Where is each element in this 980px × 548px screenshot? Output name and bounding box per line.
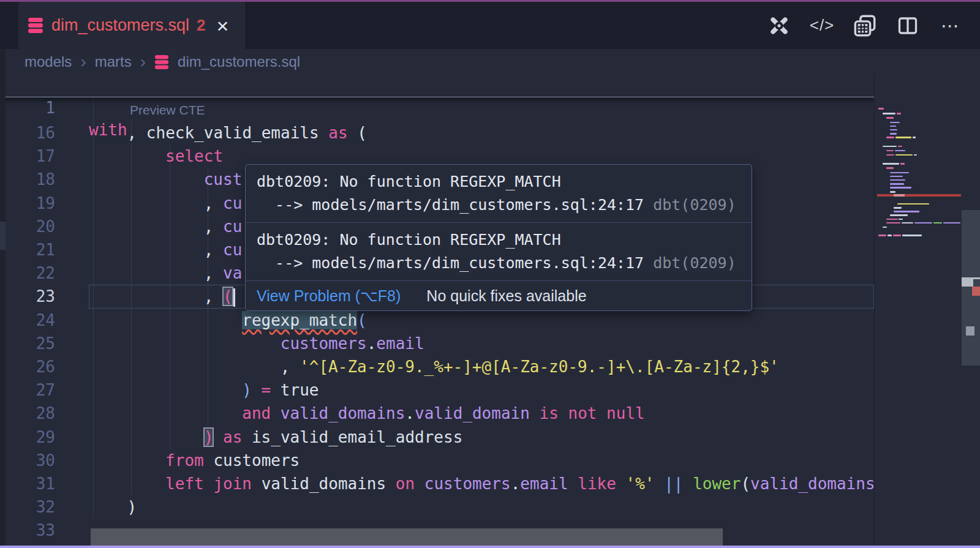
minimap[interactable]	[874, 75, 962, 546]
code-token: on	[396, 475, 415, 493]
minimap-line	[890, 122, 900, 124]
code-token: =	[262, 381, 271, 399]
minimap-line	[893, 235, 901, 236]
breadcrumb-item-models[interactable]: models	[24, 53, 72, 70]
code-line-24[interactable]: 24regexp_match(	[0, 309, 874, 332]
minimap-line	[883, 163, 899, 165]
line-16-code: , check_valid_emails as (	[127, 121, 367, 145]
minimap-line	[890, 126, 896, 127]
tab-problem-count-badge: 2	[197, 16, 205, 35]
code-preview-icon[interactable]: </>	[810, 13, 834, 38]
code-token: cust	[204, 170, 243, 189]
preview-cte-codelens[interactable]: Preview CTE	[130, 103, 205, 118]
overview-ruler-mark	[972, 287, 980, 296]
window-top-accent	[0, 0, 980, 2]
code-line-28[interactable]: 28and valid_domains.valid_domain is not …	[0, 402, 874, 425]
hover-footer: View Problem (⌥F8) No quick fixes availa…	[246, 281, 752, 310]
code-token: (	[741, 475, 750, 493]
code-token: ,	[204, 264, 223, 282]
line-number-32: 32	[0, 495, 55, 519]
database-file-icon	[155, 55, 168, 69]
code-token: is not null	[540, 404, 645, 422]
code-line-30[interactable]: 30from customers	[0, 449, 874, 472]
line-17-code: select	[165, 145, 223, 168]
sticky-line-number: 1	[0, 97, 55, 119]
sidebar-edge-highlight	[0, 222, 6, 250]
line-number-20: 20	[0, 215, 55, 238]
minimap-line	[895, 154, 913, 156]
line-number-21: 21	[0, 238, 55, 261]
code-token: email	[376, 334, 424, 353]
minimap-line	[878, 235, 886, 236]
code-token: '^[A-Za-z0-9._%+-]+@[A-Za-z0-9.-]+\.[A-Z…	[300, 358, 779, 376]
line-number-26: 26	[0, 355, 55, 378]
line-20-code: , cu	[204, 215, 243, 238]
dbt-icon[interactable]	[767, 13, 791, 38]
overview-ruler-mark	[962, 277, 973, 287]
matched-bracket: )	[204, 428, 214, 446]
line-number-24: 24	[0, 309, 55, 332]
code-token	[616, 475, 626, 493]
minimap-error-line	[877, 194, 961, 197]
code-line-26[interactable]: 26, '^[A-Za-z0-9._%+-]+@[A-Za-z0-9.-]+\.…	[0, 355, 874, 378]
code-token: valid_domains	[281, 404, 405, 422]
code-token: valid_domain	[415, 404, 530, 422]
line-18-code: cust	[204, 168, 243, 191]
vertical-scrollbar[interactable]	[962, 75, 980, 546]
breadcrumb-item-marts[interactable]: marts	[95, 53, 132, 70]
code-line-16[interactable]: 16, check_valid_emails as (	[0, 121, 874, 145]
code-line-27[interactable]: 27) = true	[0, 378, 874, 402]
code-token: ,	[204, 241, 223, 259]
more-actions-icon[interactable]: ⋯	[938, 13, 963, 38]
tab-dim-customers-sql[interactable]: dim_customers.sql 2 ×	[18, 2, 246, 49]
minimap-line	[914, 222, 932, 224]
code-line-29[interactable]: 29) as is_valid_email_address	[0, 426, 874, 449]
line-24-code: regexp_match(	[242, 309, 367, 332]
code-token: as	[223, 428, 242, 446]
code-token: , check_valid_emails	[127, 124, 329, 142]
minimap-line	[890, 183, 904, 185]
code-token: as	[328, 124, 347, 142]
line-31-code: left join valid_domains on customers.ema…	[165, 472, 874, 495]
breadcrumb: models›marts›dim_customers.sql	[0, 49, 980, 75]
code-token: ,	[281, 358, 300, 376]
horizontal-scrollbar-slider[interactable]	[91, 528, 723, 546]
overview-ruler-mark	[966, 326, 974, 336]
code-token: cu	[223, 241, 242, 259]
code-token	[683, 475, 693, 493]
breadcrumb-item-dim-customers-sql[interactable]: dim_customers.sql	[178, 53, 300, 70]
view-problem-link[interactable]: View Problem (⌥F8)	[257, 287, 401, 305]
editor-pane[interactable]: 16, check_valid_emails as (17select18cus…	[0, 75, 980, 546]
code-token	[530, 404, 540, 422]
line-number-18: 18	[0, 168, 55, 191]
tab-bar: dim_customers.sql 2 × </>	[0, 2, 980, 49]
minimap-line	[897, 113, 901, 114]
code-token: (	[357, 311, 367, 329]
sticky-scroll-line-1[interactable]: 1 with	[0, 75, 874, 97]
code-token: valid_domains	[750, 475, 874, 493]
split-editor-icon[interactable]	[895, 13, 920, 38]
code-line-32[interactable]: 32)	[0, 495, 874, 519]
minimap-line	[894, 207, 902, 209]
line-21-code: , cu	[204, 238, 243, 261]
code-token: va	[223, 264, 242, 282]
code-token: customers	[281, 334, 367, 353]
minimap-line	[902, 222, 913, 224]
minimap-line	[886, 154, 894, 156]
tab-close-icon[interactable]: ×	[217, 17, 229, 35]
code-line-31[interactable]: 31left join valid_domains on customers.e…	[0, 472, 874, 495]
minimap-line	[886, 167, 894, 169]
minimap-line	[902, 235, 922, 236]
code-token	[271, 404, 281, 422]
minimap-line	[886, 150, 894, 152]
code-token: from	[165, 451, 204, 470]
query-results-icon[interactable]	[853, 13, 877, 38]
minimap-line	[878, 108, 884, 110]
line-30-code: from customers	[165, 449, 300, 472]
minimap-line	[890, 176, 903, 178]
code-line-25[interactable]: 25customers.email	[0, 332, 874, 355]
diagnostic-list: dbt0209: No function REGEXP_MATCH --> mo…	[246, 165, 752, 281]
minimap-line	[890, 172, 909, 174]
diagnostic-path: --> models/marts/dim_customers.sql:24:17	[257, 254, 653, 272]
minimap-line	[883, 113, 895, 114]
